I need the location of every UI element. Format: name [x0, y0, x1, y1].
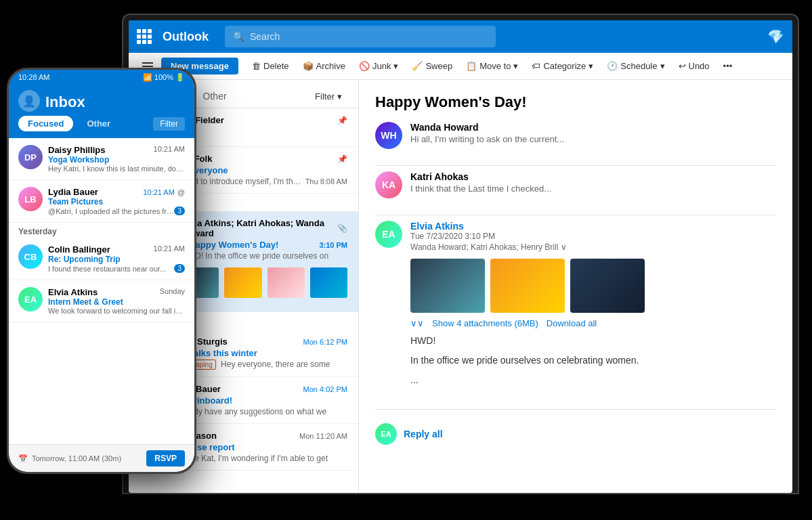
title-bar: Outlook 🔍 💎: [129, 20, 792, 53]
search-bar[interactable]: 🔍: [225, 26, 496, 47]
conversation-wanda: WH Wanda Howard Hi all, I'm writing to a…: [375, 122, 776, 149]
app-name: Outlook: [163, 30, 209, 44]
mobile-avatar-colin: CB: [18, 244, 43, 269]
conv-sender: Elvia Atkins: [410, 221, 776, 232]
reading-pane-title: Happy Women's Day!: [375, 93, 776, 111]
mobile-tab-other[interactable]: Other: [77, 116, 120, 131]
mobile-header: 👤 Inbox Focused Other Filter: [9, 85, 194, 138]
avatar-katri: KA: [375, 171, 402, 198]
junk-icon: 🚫: [359, 61, 370, 71]
email-body-1: HWD!: [410, 334, 776, 348]
mobile-preview: @Katri, I uploaded all the pictures fro.…: [48, 207, 174, 215]
archive-button[interactable]: 📦 Archive: [297, 58, 351, 74]
mobile-subject: Intern Meet & Greet: [48, 297, 185, 307]
mobile-tab-focused[interactable]: Focused: [18, 116, 73, 131]
mobile-subject: Yoga Workshop: [48, 155, 185, 165]
mobile-email-daisy[interactable]: DP Daisy Phillips 10:21 AM Yoga Workshop…: [9, 138, 194, 180]
mobile-time: 10:28 AM: [18, 73, 49, 81]
mobile-avatar-daisy: DP: [18, 145, 43, 169]
conv-meta: Tue 7/23/2020 3:10 PM: [410, 232, 776, 241]
reading-img-3: [570, 259, 645, 313]
conv-preview: Hi all, I'm writing to ask on the curren…: [410, 134, 564, 144]
categorize-icon: 🏷: [532, 61, 540, 71]
mobile-avatar-elvia: EA: [18, 287, 43, 311]
laptop-frame: Outlook 🔍 💎 New message 🗑 Delete �: [122, 14, 799, 494]
rsvp-button[interactable]: RSVP: [146, 450, 185, 467]
mobile-time: 10:21 AM: [154, 244, 185, 255]
reading-pane: Happy Women's Day! WH Wanda Howard Hi al…: [359, 80, 792, 493]
email-preview: Anybody have any suggestions on what we: [171, 407, 347, 416]
mobile-preview: Hey Katri, I know this is last minute, d…: [48, 165, 185, 173]
toolbar: New message 🗑 Delete 📦 Archive 🚫 Junk ▾ …: [129, 53, 792, 80]
laptop-screen: Outlook 🔍 💎 New message 🗑 Delete �: [129, 20, 792, 493]
outlook-app: Outlook 🔍 💎 New message 🗑 Delete �: [129, 20, 792, 493]
calendar-icon: 📅: [18, 454, 28, 463]
search-input[interactable]: [250, 31, 488, 42]
reply-all-button[interactable]: Reply all: [404, 429, 443, 439]
avatar-wanda: WH: [375, 122, 402, 149]
download-all-link[interactable]: Download all: [547, 318, 597, 328]
email-subject: TED talks this winter: [171, 348, 347, 358]
main-content: Focused Other Filter ▾ IF: [129, 80, 792, 493]
mobile-email-lydia[interactable]: LB Lydia Bauer 10:21 AM @ Team Pictures …: [9, 180, 194, 223]
reading-img-2: [490, 259, 565, 313]
search-icon: 🔍: [233, 31, 244, 42]
email-time: Mon 11:20 AM: [299, 432, 347, 440]
categorize-button[interactable]: 🏷 Categorize ▾: [526, 58, 599, 74]
mobile-time: 10:21 AM: [143, 188, 174, 196]
email-subject: Hey everyone: [171, 165, 347, 175]
mobile-preview: I found these restaurants near our...: [48, 265, 166, 273]
mobile-filter-button[interactable]: Filter: [153, 117, 185, 131]
footer-text: Tomorrow, 11:00 AM (30m): [32, 454, 121, 462]
avatar-reply: EA: [375, 423, 397, 445]
email-preview: HWD! In the office we pride ourselves on: [181, 251, 347, 261]
conversation-elvia-expanded: EA Elvia Atkins Tue 7/23/2020 3:10 PM Wa…: [375, 221, 776, 393]
show-attachments-label: Show 4 attachments (6MB): [432, 318, 538, 328]
schedule-button[interactable]: 🕐 Schedule ▾: [601, 58, 670, 74]
email-img-4: [310, 267, 347, 298]
reply-row: EA Reply all: [375, 423, 776, 445]
attachment-row[interactable]: ∨∨ Show 4 attachments (6MB) Download all: [410, 318, 776, 328]
show-attachments-icon: ∨∨: [410, 318, 424, 328]
tab-other[interactable]: Other: [195, 85, 235, 108]
conv-sender: Katri Ahokas: [410, 171, 551, 182]
at-icon: @: [177, 188, 185, 196]
pin-icon: 📌: [337, 116, 347, 125]
mobile-subject: Re: Upcoming Trip: [48, 255, 185, 264]
archive-icon: 📦: [303, 61, 314, 71]
filter-button[interactable]: Filter ▾: [309, 89, 347, 104]
avatar-elvia-reading: EA: [375, 221, 402, 248]
mobile-badge: 3: [174, 207, 185, 215]
mobile-sender: Colin Ballinger: [48, 244, 110, 255]
reading-images: [410, 259, 776, 313]
mobile-sender: Lydia Bauer: [48, 187, 98, 197]
move-to-button[interactable]: 📋 Move to ▾: [461, 58, 523, 74]
junk-button[interactable]: 🚫 Junk ▾: [354, 58, 404, 74]
conv-sender: Wanda Howard: [410, 122, 564, 133]
email-time: Mon 6:12 PM: [303, 338, 347, 346]
pin-icon: 📌: [337, 154, 347, 164]
mobile-avatar-header: 👤: [18, 90, 40, 112]
email-images: [181, 267, 347, 298]
email-subject: Expense report: [171, 442, 347, 452]
email-img-3: [268, 267, 305, 298]
delete-icon: 🗑: [252, 61, 261, 71]
more-options-button[interactable]: •••: [718, 58, 738, 74]
email-preview: Landscaping Hey everyone, there are some: [171, 360, 347, 370]
mobile-sender: Daisy Phillips: [48, 145, 106, 155]
mobile-time: 10:21 AM: [154, 145, 185, 155]
attachment-icon: 📎: [337, 223, 347, 233]
reading-img-1: [410, 259, 485, 313]
app-grid-icon[interactable]: [137, 29, 152, 44]
mobile-email-elvia[interactable]: EA Elvia Atkins Sunday Intern Meet & Gre…: [9, 280, 194, 322]
mobile-section-yesterday: Yesterday: [9, 223, 194, 238]
delete-button[interactable]: 🗑 Delete: [247, 58, 295, 74]
sweep-button[interactable]: 🧹 Sweep: [406, 58, 458, 74]
move-icon: 📋: [466, 61, 477, 71]
mobile-subject: Team Pictures: [48, 197, 185, 207]
mobile-email-colin[interactable]: CB Colin Ballinger 10:21 AM Re: Upcoming…: [9, 238, 194, 280]
undo-button[interactable]: ↩ Undo: [673, 58, 715, 74]
mobile-preview: We look forward to welcoming our fall in…: [48, 307, 185, 315]
mobile-inbox-title: Inbox: [45, 93, 85, 111]
conv-recipients: Wanda Howard; Katri Ahokas; Henry Brill …: [410, 242, 776, 252]
